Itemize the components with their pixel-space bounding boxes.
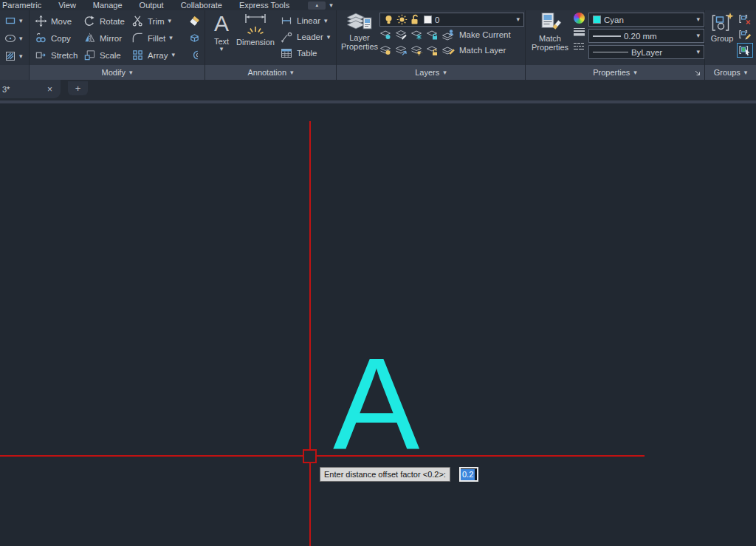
array-button[interactable]: Array ▾ — [131, 49, 187, 61]
hatch-tool-button[interactable]: ▾ — [4, 50, 29, 63]
layer-on-icon[interactable] — [379, 44, 392, 56]
text-caret-icon[interactable]: ▾ — [220, 46, 224, 52]
rotate-button[interactable]: Rotate — [83, 15, 130, 27]
layer-properties-button[interactable]: Layer Properties — [340, 10, 379, 65]
panel-modify: Move Rotate Trim ▾ Copy — [30, 10, 205, 80]
ungroup-button[interactable] — [737, 12, 753, 27]
copy-button[interactable]: Copy — [35, 32, 82, 44]
leader-button[interactable]: Leader ▾ — [280, 29, 330, 45]
ribbon-minimize-button[interactable]: ▴ — [308, 1, 326, 10]
hatch-icon — [4, 50, 17, 63]
ribbon-tab-output[interactable]: Output — [140, 1, 164, 10]
match-layer-button[interactable]: Match Layer — [441, 44, 506, 56]
dynamic-input-field[interactable]: 0.2 — [459, 467, 478, 482]
crosshair-vertical-line — [309, 121, 311, 546]
groups-panel-label[interactable]: Groups ▾ — [705, 65, 756, 80]
table-button[interactable]: Table — [280, 45, 330, 61]
layer-dropdown[interactable]: 0 ▾ — [379, 13, 524, 27]
group-label: Group — [711, 34, 734, 43]
leader-caret-icon[interactable]: ▾ — [327, 34, 331, 41]
linetype-dropdown[interactable]: ByLayer ▾ — [588, 45, 704, 59]
make-current-icon — [441, 29, 456, 41]
ribbon-tab-express-tools[interactable]: Express Tools — [239, 1, 289, 10]
mirror-button[interactable]: Mirror — [83, 32, 130, 44]
mirror-icon — [83, 32, 96, 44]
layer-isolate-icon[interactable] — [395, 29, 408, 41]
array-caret-icon[interactable]: ▾ — [171, 52, 175, 58]
ribbon-tab-manage[interactable]: Manage — [93, 1, 123, 10]
dimension-button[interactable]: Dimension — [235, 10, 276, 65]
fillet-button[interactable]: Fillet ▾ — [131, 32, 187, 44]
rectangle-tool-button[interactable]: ▾ — [4, 14, 29, 27]
modify-panel-label[interactable]: Modify ▾ — [30, 65, 205, 80]
move-button[interactable]: Move — [35, 15, 82, 27]
layer-thaw-icon[interactable] — [395, 44, 408, 56]
group-button[interactable]: Group — [709, 10, 735, 65]
layers-panel-label[interactable]: Layers ▾ — [337, 65, 525, 80]
stretch-icon — [35, 49, 47, 61]
layer-dropdown-caret-icon[interactable]: ▾ — [516, 16, 520, 23]
crosshair-horizontal-line — [0, 455, 645, 457]
lineweight-icon[interactable] — [573, 27, 585, 38]
ribbon-tab-view[interactable]: View — [58, 1, 76, 10]
linetype-icon[interactable] — [573, 41, 585, 52]
layer-unlock-small-icon[interactable] — [426, 44, 439, 56]
new-drawing-tab-button[interactable]: + — [68, 81, 88, 95]
lineweight-value: 0.20 mm — [624, 32, 657, 41]
linear-caret-icon[interactable]: ▾ — [324, 18, 328, 24]
dynamic-input-prompt: Enter distance offset factor <0.2>: — [320, 467, 450, 482]
rectangle-caret-icon[interactable]: ▾ — [19, 18, 23, 24]
group-edit-button[interactable] — [737, 27, 753, 42]
stretch-button[interactable]: Stretch — [35, 49, 82, 61]
dimension-label: Dimension — [236, 38, 275, 47]
properties-dialog-launcher-icon[interactable] — [694, 69, 701, 77]
erase-button[interactable] — [188, 15, 205, 27]
dynamic-input-value: 0.2 — [461, 469, 475, 480]
trim-caret-icon[interactable]: ▾ — [168, 18, 172, 24]
fillet-caret-icon[interactable]: ▾ — [169, 35, 173, 41]
ellipse-caret-icon[interactable]: ▾ — [19, 35, 23, 42]
ellipse-icon — [4, 32, 17, 45]
layers-panel-caret-icon: ▾ — [443, 69, 447, 76]
hatch-caret-icon[interactable]: ▾ — [19, 53, 23, 60]
scale-button[interactable]: Scale — [83, 49, 130, 61]
tab-close-icon[interactable]: × — [47, 85, 52, 94]
linear-button[interactable]: Linear ▾ — [280, 13, 330, 29]
explode-button[interactable] — [188, 32, 205, 44]
trim-button[interactable]: Trim ▾ — [131, 15, 187, 27]
object-color-dropdown[interactable]: Cyan ▾ — [588, 13, 704, 27]
linear-label: Linear — [297, 16, 320, 25]
annotation-panel-label[interactable]: Annotation ▾ — [205, 65, 336, 80]
table-icon — [280, 47, 293, 59]
ribbon-minimize-caret-icon[interactable]: ▾ — [329, 2, 333, 9]
make-current-button[interactable]: Make Current — [441, 29, 511, 41]
drawing-canvas[interactable]: A Enter distance offset factor <0.2>: 0.… — [0, 103, 756, 546]
properties-panel-label[interactable]: Properties ▾ — [526, 65, 704, 80]
group-selection-toggle-button[interactable] — [737, 43, 753, 58]
offset-button[interactable] — [188, 49, 205, 61]
text-button[interactable]: A Text ▾ — [208, 10, 235, 65]
panel-properties: Match Properties Cyan ▾ 0.20 mm — [526, 10, 705, 80]
text-tool-icon: A — [214, 12, 229, 35]
layer-lock-icon[interactable] — [426, 29, 439, 41]
fillet-icon — [131, 32, 144, 44]
layer-off-icon[interactable] — [379, 29, 392, 41]
linetype-dropdown-caret-icon[interactable]: ▾ — [696, 49, 700, 55]
drawing-tab-active[interactable]: 3* × — [0, 80, 61, 98]
panel-draw-partial: ▾ ▾ ▾ — [0, 10, 30, 80]
layer-walk-icon[interactable] — [410, 44, 423, 56]
layer-on-bulb-icon — [384, 14, 394, 25]
drawing-tab-bar: 3* × + — [0, 80, 756, 100]
lineweight-dropdown[interactable]: 0.20 mm ▾ — [588, 29, 704, 43]
ribbon-tab-collaborate[interactable]: Collaborate — [181, 1, 222, 10]
rotate-icon — [83, 15, 96, 27]
move-icon — [35, 15, 47, 27]
color-dropdown-caret-icon[interactable]: ▾ — [696, 16, 700, 23]
ribbon-tab-parametric[interactable]: Parametric — [2, 1, 41, 10]
color-wheel-icon[interactable] — [574, 13, 585, 24]
layer-freeze-icon[interactable] — [410, 29, 423, 41]
ellipse-tool-button[interactable]: ▾ — [4, 32, 29, 45]
lineweight-dropdown-caret-icon[interactable]: ▾ — [696, 33, 700, 39]
text-entity-a[interactable]: A — [333, 339, 419, 469]
match-properties-button[interactable]: Match Properties — [530, 10, 570, 65]
